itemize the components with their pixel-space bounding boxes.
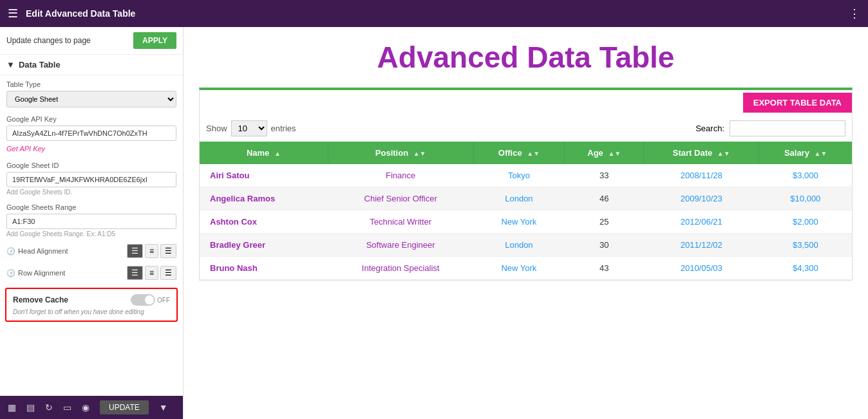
sidebar: Update changes to page APPLY ▼ Data Tabl…	[0, 27, 184, 419]
head-alignment-label: 🕝 Head Alignment	[6, 247, 127, 256]
cell-age: 25	[565, 210, 644, 234]
show-entries: Show 10 25 50 100 entries	[206, 120, 296, 136]
remove-cache-section: Remove Cache OFF Don't forget to off whe…	[5, 288, 178, 322]
row-alignment-row: 🕝 Row Alignment ☰ ≡ ☰	[0, 262, 183, 284]
col-office[interactable]: Office ▲▼	[473, 142, 565, 164]
sheet-id-input[interactable]	[6, 172, 176, 187]
grid-icon[interactable]: ⋮	[849, 6, 860, 21]
topbar: ☰ Edit Advanced Data Table ⋮	[0, 0, 868, 27]
row-align-left[interactable]: ☰	[127, 266, 143, 280]
table-container: EXPORT TABLE DATA Show 10 25 50 100 entr…	[199, 88, 853, 281]
cell-start-date: 2010/05/03	[644, 257, 759, 280]
api-key-group: Google API Key	[0, 110, 183, 144]
search-label: Search:	[695, 124, 724, 133]
monitor-icon-head: 🕝	[6, 247, 15, 256]
section-label: Data Table	[19, 60, 61, 70]
table-type-select[interactable]: Google Sheet CSV JSON	[6, 91, 176, 107]
col-name[interactable]: Name ▲	[200, 142, 328, 164]
cell-start-date: 2009/10/23	[644, 187, 759, 210]
cell-name: Ashton Cox	[200, 210, 328, 234]
cell-office: Tokyo	[473, 164, 565, 187]
cell-office: New York	[473, 257, 565, 280]
head-align-buttons: ☰ ≡ ☰	[127, 244, 176, 258]
cell-name: Bradley Greer	[200, 234, 328, 257]
apply-button[interactable]: APPLY	[133, 32, 176, 49]
toggle-switch[interactable]: OFF	[131, 294, 170, 306]
monitor-icon-row: 🕝	[6, 269, 15, 277]
table-body: Airi Satou Finance Tokyo 33 2008/11/28 $…	[200, 164, 852, 280]
undo-icon[interactable]: ↻	[45, 402, 53, 413]
cell-age: 43	[565, 257, 644, 280]
hamburger-icon[interactable]: ☰	[8, 6, 18, 21]
cell-position: Software Engineer	[328, 234, 473, 257]
table-row: Bruno Nash Integration Specialist New Yo…	[200, 257, 852, 280]
toggle-off-label: OFF	[157, 297, 170, 304]
table-top-bar: EXPORT TABLE DATA	[200, 90, 852, 115]
table-header-row: Name ▲ Position ▲▼ Office ▲▼ Age ▲▼ Star…	[200, 142, 852, 164]
get-api-link[interactable]: Get API Key	[0, 144, 183, 156]
sheets-range-hint: Add Google Sheets Range. Ex: A1:D5	[6, 230, 176, 237]
sort-age-icon: ▲▼	[608, 150, 621, 157]
search-area: Search:	[695, 120, 845, 136]
cell-office: London	[473, 234, 565, 257]
row-align-right[interactable]: ☰	[160, 266, 176, 280]
cell-office: London	[473, 187, 565, 210]
cell-start-date: 2008/11/28	[644, 164, 759, 187]
table-head: Name ▲ Position ▲▼ Office ▲▼ Age ▲▼ Star…	[200, 142, 852, 164]
cell-salary: $2,000	[759, 210, 852, 234]
remove-cache-hint: Don't forget to off when you have done e…	[13, 308, 170, 315]
monitor-icon[interactable]: ▭	[63, 402, 71, 413]
head-alignment-row: 🕝 Head Alignment ☰ ≡ ☰	[0, 240, 183, 262]
bottom-bar: ▦ ▤ ↻ ▭ ◉ UPDATE ▼	[0, 396, 183, 419]
cell-position: Chief Senior Officer	[328, 187, 473, 210]
head-align-right[interactable]: ☰	[160, 244, 176, 258]
remove-cache-label: Remove Cache	[13, 295, 68, 304]
sheets-range-input[interactable]	[6, 214, 176, 229]
stack-icon[interactable]: ▤	[26, 402, 35, 413]
cell-salary: $10,000	[759, 187, 852, 210]
sheets-range-label: Google Sheets Range	[6, 203, 176, 211]
toggle-knob	[145, 295, 154, 304]
toggle-track[interactable]	[131, 294, 155, 306]
cell-start-date: 2012/06/21	[644, 210, 759, 234]
data-table: Name ▲ Position ▲▼ Office ▲▼ Age ▲▼ Star…	[200, 142, 852, 280]
cell-salary: $3,000	[759, 164, 852, 187]
head-align-center[interactable]: ≡	[145, 244, 158, 258]
chevron-down-icon[interactable]: ▼	[159, 402, 168, 413]
sort-salary-icon: ▲▼	[815, 150, 827, 157]
sidebar-content: ▼ Data Table Table Type Google Sheet CSV…	[0, 55, 183, 396]
sheet-id-hint: Add Google Sheets ID.	[6, 189, 176, 196]
head-align-left[interactable]: ☰	[127, 244, 143, 258]
table-row: Airi Satou Finance Tokyo 33 2008/11/28 $…	[200, 164, 852, 187]
export-button[interactable]: EXPORT TABLE DATA	[743, 93, 852, 113]
api-key-input[interactable]	[6, 126, 176, 141]
col-age[interactable]: Age ▲▼	[565, 142, 644, 164]
layers-icon[interactable]: ▦	[8, 402, 16, 413]
cell-name: Bruno Nash	[200, 257, 328, 280]
entries-select[interactable]: 10 25 50 100	[231, 120, 267, 136]
table-controls: Show 10 25 50 100 entries Search:	[200, 115, 852, 142]
col-start-date[interactable]: Start Date ▲▼	[644, 142, 759, 164]
section-title: ▼ Data Table	[0, 55, 183, 75]
row-align-center[interactable]: ≡	[145, 266, 158, 280]
col-position[interactable]: Position ▲▼	[328, 142, 473, 164]
row-alignment-label: 🕝 Row Alignment	[6, 269, 127, 277]
sort-name-icon: ▲	[274, 150, 281, 157]
col-salary[interactable]: Salary ▲▼	[759, 142, 852, 164]
cell-name: Angelica Ramos	[200, 187, 328, 210]
entries-label: entries	[271, 124, 296, 133]
collapse-icon[interactable]: ▼	[6, 60, 15, 70]
content-area: Advanced Data Table EXPORT TABLE DATA Sh…	[184, 27, 868, 419]
search-input[interactable]	[730, 120, 845, 136]
update-button[interactable]: UPDATE	[100, 400, 149, 414]
main-layout: Update changes to page APPLY ▼ Data Tabl…	[0, 27, 868, 419]
page-title: Advanced Data Table	[199, 40, 853, 75]
table-row: Bradley Greer Software Engineer London 3…	[200, 234, 852, 257]
cell-salary: $4,300	[759, 257, 852, 280]
eye-icon[interactable]: ◉	[82, 402, 90, 413]
update-bar: Update changes to page APPLY	[0, 27, 183, 55]
table-row: Ashton Cox Technical Writter New York 25…	[200, 210, 852, 234]
sort-office-icon: ▲▼	[527, 150, 540, 157]
sheet-id-group: Google Sheet ID Add Google Sheets ID.	[0, 156, 183, 198]
update-changes-label: Update changes to page	[6, 36, 127, 45]
